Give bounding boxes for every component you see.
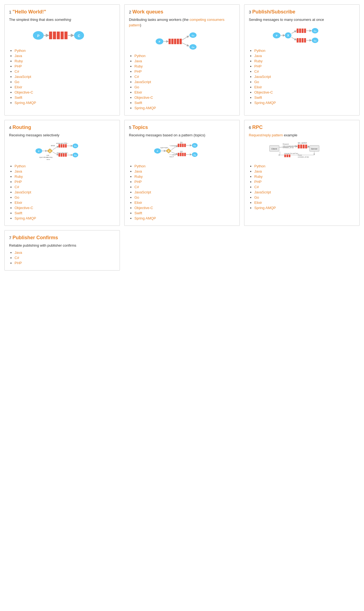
link-javascript[interactable]: JavaScript [254,75,271,79]
link-elixir[interactable]: Elixir [134,90,142,94]
svg-text:amqp.gen-5Sb...: amqp.gen-5Sb... [56,142,69,144]
link-spring[interactable]: Spring AMQP [254,101,276,105]
competing-link[interactable]: competing consumers pattern [129,18,224,27]
link-swift[interactable]: Swift [15,95,22,100]
link-go[interactable]: Go [254,195,259,199]
link-swift[interactable]: Swift [254,95,262,100]
card-number: 4 [9,125,13,130]
link-swift[interactable]: Swift [15,211,22,215]
svg-rect-67 [65,153,67,156]
link-java[interactable]: Java [15,250,22,255]
list-item: JavaScript [254,74,355,79]
card-desc: Receiving messages based on a pattern (t… [129,133,235,138]
link-python[interactable]: Python [15,164,26,168]
link-go[interactable]: Go [134,195,139,199]
link-csharp[interactable]: C# [254,69,259,74]
link-objc[interactable]: Objective-C [134,206,153,210]
svg-rect-107 [298,145,300,148]
link-php[interactable]: PHP [15,261,22,265]
link-elixir[interactable]: Elixir [15,85,22,89]
svg-text:X: X [287,34,289,37]
link-csharp[interactable]: C# [15,256,19,260]
link-ruby[interactable]: Ruby [134,64,143,68]
link-java[interactable]: Java [254,54,262,58]
link-spring[interactable]: Spring AMQP [15,216,36,220]
link-javascript[interactable]: JavaScript [134,190,151,194]
link-javascript[interactable]: JavaScript [15,75,31,79]
card-rpc: 6 RPC Request/reply pattern example Clie… [244,120,360,226]
card-number: 7 [9,235,13,240]
link-csharp[interactable]: C# [134,75,139,79]
link-list: Python Java Ruby PHP C# JavaScript Go El… [129,54,235,110]
link-spring[interactable]: Spring AMQP [15,101,36,105]
link-java[interactable]: Java [254,169,262,173]
link-objc[interactable]: Objective-C [134,95,153,100]
link-python[interactable]: Python [15,49,26,53]
link-java[interactable]: Java [15,169,22,173]
link-javascript[interactable]: JavaScript [15,190,31,194]
link-python[interactable]: Python [254,49,265,53]
link-objc[interactable]: Objective-C [254,90,273,94]
link-php[interactable]: PHP [254,64,262,68]
svg-text:Request: Request [283,143,289,145]
link-csharp[interactable]: C# [254,185,259,189]
link-csharp[interactable]: C# [134,185,139,189]
link-ruby[interactable]: Ruby [15,59,23,63]
card-title-link[interactable]: RPC [252,125,263,130]
link-csharp[interactable]: C# [15,69,19,74]
link-elixir[interactable]: Elixir [15,201,22,205]
link-elixir[interactable]: Elixir [254,85,262,89]
link-php[interactable]: PHP [15,180,22,184]
link-php[interactable]: PHP [134,69,142,74]
link-ruby[interactable]: Ruby [134,174,143,179]
link-ruby[interactable]: Ruby [254,174,263,179]
link-spring[interactable]: Spring AMQP [134,106,156,110]
link-python[interactable]: Python [134,164,145,168]
link-javascript[interactable]: JavaScript [254,190,271,194]
link-java[interactable]: Java [134,169,142,173]
link-go[interactable]: Go [15,80,19,84]
link-objc[interactable]: Objective-C [15,206,33,210]
link-csharp[interactable]: C# [15,185,19,189]
card-title-link[interactable]: Work queues [132,9,163,15]
svg-rect-5 [57,32,60,39]
link-ruby[interactable]: Ruby [254,59,263,63]
card-title-link[interactable]: Topics [132,125,148,130]
card-title-link[interactable]: Routing [13,125,31,130]
list-item: Python [254,164,355,168]
link-swift[interactable]: Swift [134,211,142,215]
link-python[interactable]: Python [254,164,265,168]
link-php[interactable]: PHP [15,64,22,68]
link-spring[interactable]: Spring AMQP [134,216,156,220]
link-javascript[interactable]: JavaScript [134,80,151,84]
request-reply-link[interactable]: Request/reply pattern [249,133,283,137]
link-elixir[interactable]: Elixir [134,201,142,205]
link-objc[interactable]: Objective-C [15,90,33,94]
link-go[interactable]: Go [134,85,139,89]
link-php[interactable]: PHP [134,180,142,184]
link-java[interactable]: Java [15,54,22,58]
svg-text:X: X [49,150,51,152]
list-item: Ruby [134,64,235,68]
link-java[interactable]: Java [134,59,142,63]
list-item: Ruby [15,59,115,63]
link-python[interactable]: Python [134,54,145,58]
link-elixir[interactable]: Elixir [254,201,262,205]
list-item: C# [134,185,235,189]
card-title-link[interactable]: "Hello World!" [13,9,46,15]
link-swift[interactable]: Swift [134,101,142,105]
link-ruby[interactable]: Ruby [15,174,23,179]
link-go[interactable]: Go [15,195,19,199]
link-go[interactable]: Go [254,80,259,84]
card-header: 1 "Hello World!" [9,9,115,15]
card-title-link[interactable]: Publish/Subscribe [252,9,295,15]
link-php[interactable]: PHP [254,180,262,184]
svg-rect-17 [177,39,179,44]
card-title-link[interactable]: Publisher Confirms [13,235,58,240]
link-spring[interactable]: Spring AMQP [254,206,276,210]
svg-text:C₂: C₂ [74,154,77,156]
list-item: Spring AMQP [134,106,235,110]
list-item: Go [15,80,115,84]
svg-rect-121 [284,154,286,157]
svg-text:C₁: C₁ [74,145,77,147]
